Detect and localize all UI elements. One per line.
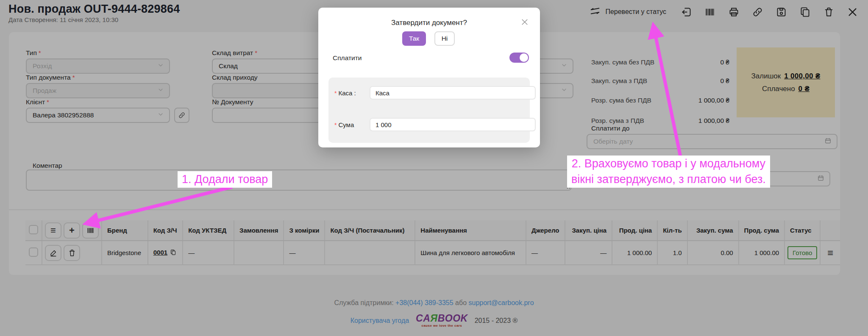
cashbox-select[interactable]: Каса: [370, 86, 536, 100]
annotation-note-1: 1. Додали товар: [178, 171, 272, 188]
screen: Нов. продаж OUT-9444-829864 Дата Створен…: [0, 0, 868, 336]
pay-toggle[interactable]: [509, 53, 529, 63]
modal-close-icon[interactable]: [520, 17, 530, 27]
annotation-note-2: 2. Враховуємо товар і у модальному вікні…: [567, 156, 770, 188]
confirm-document-modal: Затвердити документ? Так Ні Сплатити *Ка…: [318, 8, 540, 147]
modal-payment-section: *Каса : Каса *Сума 1 000: [328, 78, 530, 143]
confirm-yes-button[interactable]: Так: [402, 31, 426, 46]
sum-input[interactable]: 1 000: [370, 118, 536, 131]
sum-label: *Сума: [334, 121, 354, 128]
chevron-down-icon: [376, 89, 382, 97]
pay-toggle-label: Сплатити: [333, 54, 362, 62]
cashbox-label: *Каса :: [334, 89, 356, 97]
confirm-no-button[interactable]: Ні: [434, 31, 455, 46]
modal-title: Затвердити документ?: [318, 19, 540, 27]
